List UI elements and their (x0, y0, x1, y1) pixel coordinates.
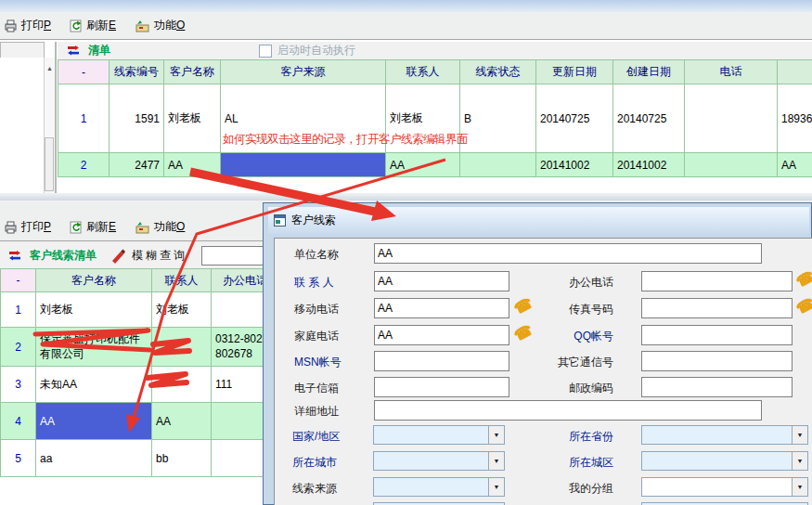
lead-source-label: 线索来源 (292, 481, 337, 497)
postcode-input[interactable] (641, 377, 793, 397)
col-source[interactable]: 客户来源 (221, 60, 386, 84)
dropdown-arrow-icon[interactable]: ▼ (488, 478, 504, 496)
my-group-label: 我的分组 (537, 481, 613, 497)
email-label: 电子信箱 (294, 381, 339, 396)
my-group-dropdown[interactable]: ▼ (641, 477, 808, 497)
function-button[interactable]: 功能O (135, 219, 185, 235)
city-label: 所在城市 (292, 455, 337, 471)
province-label: 所在省份 (537, 429, 613, 445)
selected-cell[interactable]: AA (36, 403, 152, 440)
lead-detail-table: - 客户名称 联系人 办公电话 1 刘老板 刘老板 2 保定莱盛打印机配件有限公… (0, 268, 264, 477)
office-phone-label: 办公电话 (537, 275, 613, 291)
sidebar-list[interactable] (0, 58, 44, 194)
lead-list-panelbar: 清单 启动时自动执行 (58, 42, 812, 59)
panel-title: 客户线索清单 (30, 248, 97, 264)
mobile-phone-label: 移动电话 (294, 302, 339, 317)
home-phone-label: 家庭电话 (294, 329, 339, 344)
district-dropdown[interactable]: ▼ (641, 451, 808, 471)
lead-table-header: - 线索编号 客户名称 客户来源 联系人 线索状态 更新日期 创建日期 电话 (58, 60, 812, 84)
table-row[interactable]: 5 aa bb (1, 440, 264, 477)
unit-name-input[interactable] (374, 243, 762, 264)
col-phone[interactable]: 电话 (685, 60, 778, 84)
lead-edit-dialog: 客户线索 单位名称 联 系 人 移动电话 ☎ 家庭电话 ☎ MSN帐号 电子信箱… (263, 202, 812, 505)
province-dropdown[interactable]: ▼ (641, 425, 808, 445)
col-contact[interactable]: 联系人 (152, 269, 212, 292)
msn-label: MSN帐号 (294, 355, 342, 370)
dropdown-arrow-icon[interactable]: ▼ (792, 452, 807, 470)
office-phone-input[interactable] (641, 271, 793, 291)
qq-label: QQ帐号 (537, 329, 613, 344)
contact-label: 联 系 人 (294, 275, 334, 291)
mobile-phone-input[interactable] (374, 298, 509, 318)
col-contact[interactable]: 联系人 (386, 60, 460, 84)
window-titlebar-strip (0, 0, 812, 12)
scroll-up-icon[interactable]: ▲ (45, 65, 55, 71)
list-swap-icon (7, 251, 22, 261)
district-label: 所在城区 (537, 455, 613, 471)
city-dropdown[interactable]: ▼ (373, 451, 505, 471)
dropdown-arrow-icon[interactable]: ▼ (488, 426, 504, 444)
fax-input[interactable] (641, 298, 793, 318)
printer-icon (4, 221, 18, 234)
table-row[interactable]: 3 未知AA 111 (1, 367, 264, 403)
dialog-titlebar[interactable]: 客户线索 (268, 207, 809, 234)
qq-input[interactable] (641, 325, 793, 345)
table-row[interactable]: 4 AA AA (1, 403, 264, 440)
refresh-icon (70, 19, 83, 32)
scrollbar-thumb[interactable] (45, 137, 54, 191)
col-customer[interactable]: 客户名称 (164, 60, 221, 84)
home-phone-input[interactable] (374, 325, 509, 345)
col-created[interactable]: 创建日期 (613, 60, 685, 84)
col-updated[interactable]: 更新日期 (536, 60, 613, 84)
print-button[interactable]: 打印P (4, 18, 51, 33)
print-button[interactable]: 打印P (4, 219, 51, 235)
msn-input[interactable] (374, 351, 509, 371)
postcode-label: 邮政编码 (537, 381, 613, 396)
lead-source-dropdown[interactable]: ▼ (373, 477, 505, 497)
country-dropdown[interactable]: ▼ (373, 425, 505, 445)
other-im-input[interactable] (641, 351, 793, 371)
email-input[interactable] (374, 377, 509, 397)
col-extra[interactable] (778, 60, 812, 84)
address-input[interactable] (374, 400, 762, 421)
other-im-label: 其它通信号 (537, 355, 613, 370)
panel-title: 清单 (88, 43, 110, 58)
col-office-phone[interactable]: 办公电话 (212, 269, 264, 292)
refresh-label: 刷新 (86, 19, 109, 32)
function-label: 功能 (154, 19, 176, 32)
col-customer[interactable]: 客户名称 (36, 269, 152, 292)
lead-table: - 线索编号 客户名称 客户来源 联系人 线索状态 更新日期 创建日期 电话 1… (58, 59, 812, 177)
fuzzy-query-icon (110, 249, 126, 264)
list-swap-icon (66, 45, 81, 56)
lead-detail-table-area: - 客户名称 联系人 办公电话 1 刘老板 刘老板 2 保定莱盛打印机配件有限公… (0, 268, 264, 505)
function-icon (135, 221, 150, 234)
fax-label: 传真号码 (537, 302, 613, 317)
refresh-button[interactable]: 刷新E (70, 18, 116, 33)
col-rownum[interactable]: - (58, 60, 110, 84)
annotation-text: 如何实现双击这里的记录，打开客户线索编辑界面 (223, 132, 468, 148)
table-row[interactable]: 1 刘老板 刘老板 (1, 292, 264, 328)
col-lead-no[interactable]: 线索编号 (110, 60, 164, 84)
table-row[interactable]: 2 保定莱盛打印机配件有限公司 0312-8021/802678 (1, 328, 264, 367)
table-row[interactable]: 2 2477 AA AA 20141002 20141002 AA (58, 153, 812, 177)
col-status[interactable]: 线索状态 (460, 60, 536, 84)
print-label: 打印 (21, 19, 44, 32)
sidebar-divider (55, 42, 57, 193)
dropdown-arrow-icon[interactable]: ▼ (488, 452, 504, 470)
dropdown-arrow-icon[interactable]: ▼ (792, 478, 807, 496)
selected-cell[interactable] (221, 153, 386, 177)
contact-input[interactable] (374, 271, 509, 291)
sidebar-scrollbar[interactable]: ▲ (44, 58, 55, 193)
function-button[interactable]: 功能O (135, 18, 185, 33)
autorun-checkbox[interactable] (259, 45, 272, 58)
col-rownum[interactable]: - (1, 269, 36, 292)
fuzzy-query-label: 模糊查询 (132, 248, 187, 264)
top-toolbar: 打印P 刷新E 功能O (0, 12, 812, 40)
refresh-button[interactable]: 刷新E (70, 219, 116, 235)
dropdown-arrow-icon[interactable]: ▼ (792, 426, 807, 444)
printer-icon (4, 19, 18, 32)
search-input[interactable] (201, 246, 267, 265)
unit-name-label: 单位名称 (294, 247, 339, 263)
detail-table-header: - 客户名称 联系人 办公电话 (1, 269, 264, 292)
address-label: 详细地址 (294, 404, 339, 420)
